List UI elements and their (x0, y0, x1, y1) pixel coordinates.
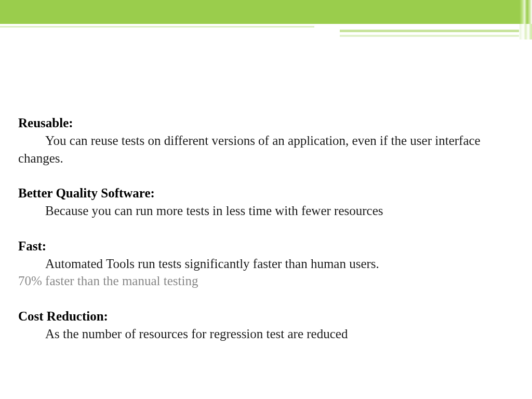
header-right-edge-stripe (520, 24, 532, 39)
body-cost: As the number of resources for regressio… (18, 325, 511, 343)
header-underline-left (0, 26, 314, 28)
body-quality-text: Because you can run more tests in less t… (45, 204, 383, 218)
body-fast: Automated Tools run tests significantly … (18, 255, 511, 273)
heading-quality: Better Quality Software: (18, 184, 511, 202)
heading-reusable: Reusable: (18, 114, 511, 132)
body-reusable: You can reuse tests on different version… (18, 132, 511, 167)
slide-content: Reusable: You can reuse tests on differe… (18, 114, 511, 361)
section-fast: Fast: Automated Tools run tests signific… (18, 237, 511, 290)
body-quality: Because you can run more tests in less t… (18, 202, 511, 220)
body-cost-text: As the number of resources for regressio… (45, 327, 348, 341)
header-underline-right-1 (340, 30, 519, 32)
note-fast: 70% faster than the manual testing (18, 272, 511, 290)
heading-cost: Cost Reduction: (18, 308, 511, 325)
section-cost: Cost Reduction: As the number of resourc… (18, 308, 511, 343)
section-reusable: Reusable: You can reuse tests on differe… (18, 114, 511, 167)
header-band (0, 0, 532, 24)
body-fast-text: Automated Tools run tests significantly … (45, 257, 379, 271)
body-reusable-text: You can reuse tests on different version… (18, 134, 481, 165)
header-accent-right (520, 0, 532, 24)
header-underline-right-2 (340, 35, 519, 37)
heading-fast: Fast: (18, 237, 511, 255)
section-quality: Better Quality Software: Because you can… (18, 184, 511, 220)
